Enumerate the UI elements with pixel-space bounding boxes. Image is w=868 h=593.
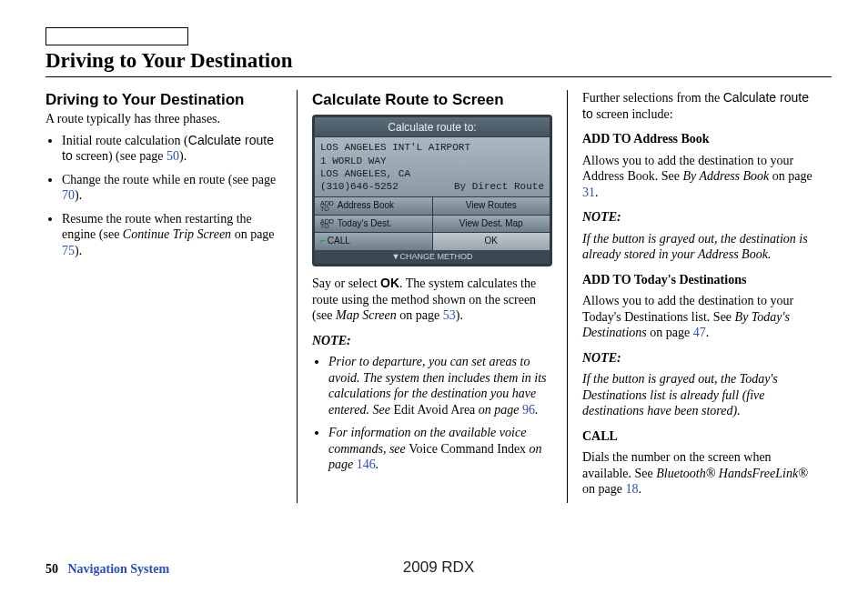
screen-body: LOS ANGELES INT'L AIRPORT 1 WORLD WAY LO…: [315, 137, 550, 196]
col3-intro: Further selections from the Calculate ro…: [582, 90, 819, 122]
text: Initial route calculation (: [62, 134, 188, 147]
text: Voice Command Index: [409, 442, 526, 456]
section-body: Allows you to add the destination to you…: [582, 153, 819, 201]
text: on page: [475, 403, 522, 417]
screen-line: LOS ANGELES, CA: [320, 167, 544, 180]
section-head: CALL: [582, 428, 819, 445]
chapter-title: Driving to Your Destination: [45, 49, 832, 77]
text: .: [706, 326, 710, 339]
text: By Address Book: [682, 169, 769, 183]
page-ref-link[interactable]: 75: [62, 244, 75, 257]
nav-screen-figure: Calculate route to: LOS ANGELES INT'L AI…: [312, 115, 552, 266]
screen-button-row: ADDTOToday's Dest. View Dest. Map: [315, 215, 550, 233]
addto-todays-dest-button: ADDTOToday's Dest.: [315, 216, 433, 233]
ok-button: OK: [433, 233, 550, 250]
screen-row: (310)646-5252 By Direct Route: [320, 180, 544, 193]
footer-model: 2009 RDX: [403, 558, 474, 577]
page-ref-link[interactable]: 47: [693, 326, 706, 339]
text: .: [595, 186, 599, 199]
page-ref-link[interactable]: 50: [167, 149, 179, 163]
content-columns: Driving to Your Destination A route typi…: [45, 90, 832, 503]
call-button: ⌐ CALL: [315, 233, 433, 250]
text: ).: [75, 244, 82, 257]
text: .: [535, 403, 539, 417]
note-list: Prior to departure, you can set areas to…: [312, 354, 552, 473]
screen-footer: ▼CHANGE METHOD: [315, 250, 550, 264]
page-ref-link[interactable]: 96: [522, 403, 535, 417]
text: ).: [75, 188, 82, 202]
text: .: [376, 457, 379, 471]
col2-para: Say or select OK. The system calculates …: [312, 276, 552, 324]
section-head: ADD TO Today's Destinations: [582, 272, 819, 288]
screen-button-row: ADDTOAddress Book View Routes: [315, 196, 550, 215]
note-label: NOTE:: [312, 333, 552, 349]
list-item: Change the route while en route (see pag…: [62, 172, 282, 204]
list-item: Resume the route when restarting the eng…: [62, 211, 282, 259]
label: Today's Dest.: [338, 218, 392, 230]
text: Edit Avoid Area: [393, 403, 475, 417]
text: OK: [380, 276, 399, 290]
page-footer: 50 Navigation System 2009 RDX: [45, 562, 832, 577]
text: Continue Trip Screen: [123, 227, 231, 241]
footer-left: 50 Navigation System: [45, 562, 169, 576]
manual-page: Driving to Your Destination Driving to Y…: [0, 0, 868, 593]
text: Further selections from the: [582, 91, 723, 105]
column-2: Calculate Route to Screen Calculate rout…: [298, 90, 568, 503]
screen-title: Calculate route to:: [315, 117, 550, 137]
section-body: Dials the number on the screen when avai…: [582, 449, 819, 498]
label: Address Book: [338, 200, 394, 212]
text: .: [638, 482, 641, 496]
screen-route: By Direct Route: [454, 180, 544, 193]
page-ref-link[interactable]: 70: [62, 188, 75, 202]
text: on page: [647, 326, 693, 339]
col2-heading: Calculate Route to Screen: [312, 90, 552, 109]
text: on page: [769, 169, 812, 183]
note-body: If the button is grayed out, the destina…: [582, 231, 819, 263]
text: ).: [456, 308, 463, 322]
view-dest-map-button: View Dest. Map: [433, 216, 550, 233]
top-empty-box: [45, 27, 188, 45]
phases-list: Initial route calculation (Calculate rou…: [45, 133, 282, 259]
text: screen) (see page: [73, 149, 167, 163]
text: Map Screen: [336, 308, 397, 322]
screen-line: 1 WORLD WAY: [320, 155, 544, 167]
addto-address-book-button: ADDTOAddress Book: [315, 197, 433, 215]
label: CALL: [328, 236, 350, 247]
column-3: Further selections from the Calculate ro…: [568, 90, 832, 503]
text: ).: [179, 149, 187, 163]
text: Say or select: [312, 276, 380, 290]
note-label: NOTE:: [582, 209, 819, 226]
note-label: NOTE:: [582, 350, 819, 367]
text: Bluetooth® HandsFreeLink®: [656, 467, 808, 480]
addto-icon: ADDTO: [320, 219, 334, 229]
screen-line: LOS ANGELES INT'L AIRPORT: [320, 141, 544, 154]
text: on page: [231, 227, 274, 241]
col1-heading: Driving to Your Destination: [45, 90, 282, 109]
page-ref-link[interactable]: 18: [625, 482, 638, 496]
phone-icon: ⌐: [320, 236, 326, 247]
text: on page: [397, 308, 443, 322]
addto-icon: ADDTO: [320, 201, 334, 211]
list-item: For information on the available voice c…: [328, 425, 552, 473]
view-routes-button: View Routes: [433, 197, 550, 215]
text: on page: [582, 482, 625, 496]
footer-section: Navigation System: [68, 562, 170, 576]
list-item: Prior to departure, you can set areas to…: [328, 354, 552, 417]
section-body: Allows you to add the destination to you…: [582, 293, 819, 341]
screen-phone: (310)646-5252: [320, 180, 399, 193]
list-item: Initial route calculation (Calculate rou…: [62, 133, 282, 165]
page-number: 50: [45, 562, 58, 576]
page-ref-link[interactable]: 31: [582, 186, 595, 199]
section-head: ADD TO Address Book: [582, 131, 819, 147]
text: screen include:: [593, 107, 673, 121]
page-ref-link[interactable]: 53: [443, 308, 456, 322]
screen-button-row: ⌐ CALL OK: [315, 232, 550, 250]
text: Change the route while en route (see pag…: [62, 173, 276, 186]
note-body: If the button is grayed out, the Today's…: [582, 371, 819, 419]
column-1: Driving to Your Destination A route typi…: [45, 90, 298, 503]
col1-intro: A route typically has three phases.: [45, 111, 282, 127]
page-ref-link[interactable]: 146: [357, 457, 376, 471]
